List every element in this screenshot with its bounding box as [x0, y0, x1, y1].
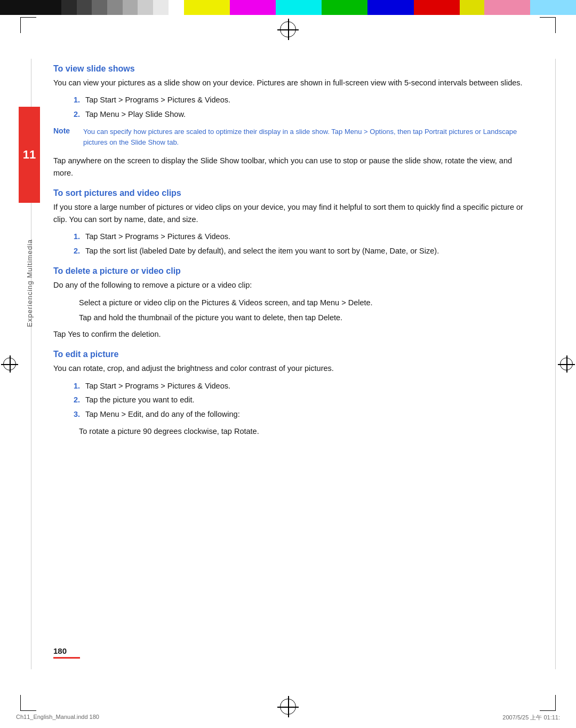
- steps-edit-picture: 1. Tap Start > Programs > Pictures & Vid…: [68, 380, 533, 420]
- vertical-label: Experiencing Multimedia: [21, 213, 37, 352]
- section-edit-picture: To edit a picture You can rotate, crop, …: [53, 350, 533, 437]
- step-1-slide-shows: 1. Tap Start > Programs > Pictures & Vid…: [68, 94, 533, 106]
- note-block-slide-shows: Note You can specify how pictures are sc…: [53, 126, 533, 147]
- intro-view-slide-shows: You can view your pictures as a slide sh…: [53, 77, 533, 89]
- section-view-slide-shows: To view slide shows You can view your pi…: [53, 64, 533, 179]
- page-number-underline: [53, 657, 80, 659]
- footer-left: Ch11_English_Manual.indd 180: [16, 714, 99, 722]
- page-number-area: 180: [53, 646, 80, 659]
- intro-delete-picture: Do any of the following to remove a pict…: [53, 279, 533, 291]
- edit-sub-step-text: To rotate a picture 90 degrees clockwise…: [79, 425, 533, 437]
- intro-sort-pictures: If you store a large number of pictures …: [53, 201, 533, 225]
- corner-mark-br: [540, 695, 556, 711]
- footer-right: 2007/5/25 上午 01:11:: [502, 714, 560, 722]
- heading-view-slide-shows: To view slide shows: [53, 64, 533, 74]
- step-1-sort: 1. Tap Start > Programs > Pictures & Vid…: [68, 231, 533, 242]
- followup-slide-shows: Tap anywhere on the screen to display th…: [53, 155, 533, 179]
- step-2-sort: 2. Tap the sort list (labeled Date by de…: [68, 245, 533, 257]
- right-border: [555, 59, 556, 669]
- delete-option-2: Tap and hold the thumbnail of the pictur…: [79, 312, 533, 323]
- heading-sort-pictures: To sort pictures and video clips: [53, 188, 533, 198]
- step-3-edit: 3. Tap Menu > Edit, and do any of the fo…: [68, 408, 533, 420]
- delete-options: Select a picture or video clip on the Pi…: [79, 297, 533, 324]
- corner-mark-tl: [20, 17, 36, 33]
- section-delete-picture: To delete a picture or video clip Do any…: [53, 266, 533, 340]
- step-2-edit: 2. Tap the picture you want to edit.: [68, 394, 533, 406]
- chapter-tab: 11: [19, 107, 40, 203]
- delete-followup: Tap Yes to confirm the deletion.: [53, 328, 533, 340]
- section-sort-pictures: To sort pictures and video clips If you …: [53, 188, 533, 257]
- corner-mark-tr: [540, 17, 556, 33]
- main-content: 11 Experiencing Multimedia To view slide…: [53, 59, 533, 669]
- note-label: Note: [53, 126, 75, 147]
- step-1-edit: 1. Tap Start > Programs > Pictures & Vid…: [68, 380, 533, 392]
- page-number: 180: [53, 646, 80, 655]
- steps-view-slide-shows: 1. Tap Start > Programs > Pictures & Vid…: [68, 94, 533, 120]
- step-2-slide-shows: 2. Tap Menu > Play Slide Show.: [68, 108, 533, 120]
- bottom-footer: Ch11_English_Manual.indd 180 2007/5/25 上…: [16, 714, 560, 722]
- heading-edit-picture: To edit a picture: [53, 350, 533, 359]
- corner-mark-bl: [20, 695, 36, 711]
- intro-edit-picture: You can rotate, crop, and adjust the bri…: [53, 362, 533, 374]
- color-bar: [0, 0, 576, 15]
- note-text: You can specify how pictures are scaled …: [83, 126, 533, 147]
- edit-sub-step: To rotate a picture 90 degrees clockwise…: [79, 425, 533, 437]
- delete-option-1: Select a picture or video clip on the Pi…: [79, 297, 533, 308]
- heading-delete-picture: To delete a picture or video clip: [53, 266, 533, 276]
- chapter-number: 11: [23, 148, 36, 162]
- steps-sort-pictures: 1. Tap Start > Programs > Pictures & Vid…: [68, 231, 533, 257]
